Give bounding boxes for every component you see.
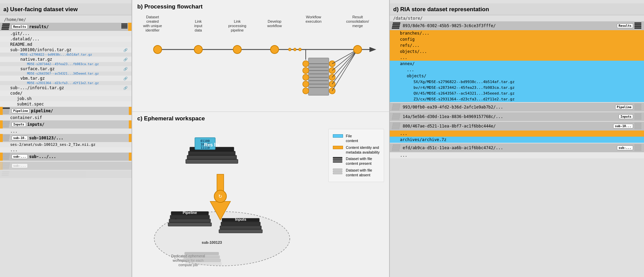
subdots-row: sub-... sub-.../... (0, 153, 132, 161)
svg-point-20 (154, 45, 162, 54)
svg-rect-83 (186, 259, 220, 262)
ria-s1-stack (392, 22, 401, 29)
svg-text:created: created (146, 19, 159, 23)
hash1-row: MD5E-s2796822--bd9938c...4b514af.tar.gz (0, 53, 132, 57)
code-row: code/ (0, 91, 132, 96)
svg-rect-58 (188, 151, 235, 155)
ria-s4-label: 800/467ae-d521-11ea-8bf7-ac1f6bbc444e/ (403, 124, 612, 128)
svg-line-48 (332, 50, 358, 71)
svg-point-36 (303, 61, 309, 67)
sub100100-row: sub-100100/inforoi.tar.gz 🔗 (0, 47, 132, 53)
hash2-row: MD5E-s2873442--45fea23...fb983ca.tar.gz (0, 62, 132, 66)
sub-inforoi-row: sub-.../inforoi.tar.gz 🔗 (0, 85, 132, 91)
svg-rect-77 (219, 230, 262, 233)
svg-point-23 (270, 45, 279, 54)
legend-filled-dataset: Dataset with filecontent present (333, 156, 380, 166)
results-badge: Results (12, 24, 28, 29)
inputs-label: inputs/ (27, 122, 45, 127)
subdots-orange-right (129, 153, 132, 161)
ria-path-root: /data/store/ (390, 15, 644, 21)
svg-text:↻: ↻ (218, 194, 222, 199)
svg-rect-76 (220, 226, 261, 229)
ria-s1-stack-right (635, 22, 642, 29)
vbm-row: vbm.tar.gz 🔗 (0, 76, 132, 81)
panel-b: b) Processing flowchart Dataset created … (132, 0, 389, 112)
flowchart-svg: Dataset created with unique identifier L… (137, 12, 385, 111)
ria-s2-stack-right (635, 104, 642, 111)
svg-point-21 (194, 45, 202, 54)
dots-row1: ... (0, 128, 132, 134)
ria-file1: 5X/Xg/MD5E-s2796822--bd9938c...4b514af.t… (390, 79, 644, 85)
hash3-row: MD5E-s2643567--ac54321...345eeed.tar.gz (0, 72, 132, 76)
ria-branches: branches/... (390, 30, 644, 36)
surface-row: surface.tar.gz 🔗 (0, 66, 132, 72)
results-row: Results results/ (0, 23, 132, 31)
svg-text:execution: execution (305, 19, 321, 23)
svg-rect-75 (221, 222, 260, 225)
legend-empty-dataset: Dataset with filecontent absent (333, 168, 380, 178)
ria-s5-label: efd/ab9ca-d51c-11ea-aa6b-ac1f6bbc4742/..… (403, 145, 616, 150)
ria-s1-label: 893/8de76-0302-45b5-9825-3c6ce3f3fffe/ (403, 23, 616, 28)
container-row: container.sif (0, 115, 132, 120)
svg-text:data: data (195, 28, 202, 32)
ria-section-1-header: 893/8de76-0302-45b5-9825-3c6ce3f3fffe/ R… (390, 21, 644, 30)
panel-a-title: a) User-facing dataset view (0, 3, 132, 15)
file-tree-a: /home/me/ Results results/ (0, 15, 132, 179)
panel-d-title: d) RIA store dataset representation (390, 3, 644, 15)
subdots-orange-left (0, 153, 3, 161)
pipeline-badge: Pipeline (12, 108, 29, 113)
svg-line-49 (332, 50, 358, 77)
svg-text:input: input (194, 24, 202, 28)
svg-text:pipeline: pipeline (231, 28, 244, 32)
ria-section-4-header: 800/467ae-d521-11ea-8bf7-ac1f6bbc444e/ s… (390, 122, 644, 131)
legend-content-identity: Content identity andmetadata availabilit… (333, 145, 380, 155)
svg-point-40 (303, 88, 309, 94)
svg-text:Pipeline: Pipeline (183, 211, 197, 215)
svg-text:Result: Result (352, 15, 363, 19)
ria-s3-label: 14a/5e5b6-d30d-11ea-8836-b4969157768c/..… (403, 114, 617, 119)
svg-text:Res lts: Res lts (204, 142, 220, 147)
svg-rect-81 (184, 256, 220, 258)
svg-rect-80 (185, 252, 219, 255)
ria-refs: refs/... (390, 42, 644, 48)
svg-text:sub-100123: sub-100123 (202, 240, 222, 244)
results-stack-icon (1, 23, 11, 30)
svg-point-26 (299, 48, 301, 51)
ria-dots1: ... (390, 55, 644, 61)
hash4-row: MD5E-s2931364--d23cfa3...d2f11e2.tar.gz (0, 81, 132, 85)
ria-section-3-header: 14a/5e5b6-d30d-11ea-8836-b4969157768c/..… (390, 112, 644, 121)
sub100123-row: sub-10. sub-100123/... (0, 134, 132, 142)
svg-rect-84 (185, 262, 221, 265)
ria-s3-stack (392, 113, 401, 120)
sub100123-label: sub-100123/... (29, 136, 63, 140)
svg-text:consolidation/: consolidation/ (346, 19, 369, 23)
subdots-stack-icon (1, 153, 11, 160)
svg-text:Develop: Develop (268, 19, 281, 23)
svg-text:Link: Link (195, 19, 202, 23)
inputs-row: Inputs inputs/ (0, 120, 132, 128)
svg-point-39 (303, 81, 309, 87)
sub100123-orange-left (0, 134, 3, 142)
ria-s5-stack-right (635, 144, 642, 151)
inputs-badge: Inputs (12, 122, 26, 127)
native-row: native.tar.gz 🔗 (0, 57, 132, 62)
svg-rect-59 (187, 155, 237, 159)
ria-config: config (390, 36, 644, 42)
sub10-badge: sub-10. (12, 136, 28, 140)
ria-file2: bv/r4/MD5E-s2873442--45fea23...fb983ca.t… (390, 85, 644, 91)
results-stack-right (121, 23, 128, 29)
jobsh-row: job.sh (0, 96, 132, 101)
svg-text:processing: processing (228, 24, 246, 28)
ria-objects: objects/... (390, 48, 644, 55)
panel-d: d) RIA store dataset representation /dat… (390, 0, 644, 277)
ses2-row: ses-2/anat/sub-100123_ses-2_T1w.nii.gz (0, 142, 132, 147)
svg-point-22 (233, 45, 241, 54)
subdots-label: sub-.../... (29, 154, 56, 159)
svg-text:Dataset: Dataset (146, 15, 159, 19)
svg-text:Link: Link (234, 19, 241, 23)
ria-s4-badge: sub-10... (613, 124, 633, 128)
svg-rect-60 (186, 159, 238, 163)
submitspec-row: submit.spec (0, 101, 132, 107)
pipeline-label: pipeline/ (31, 108, 53, 113)
svg-text:workflow: workflow (267, 24, 282, 28)
